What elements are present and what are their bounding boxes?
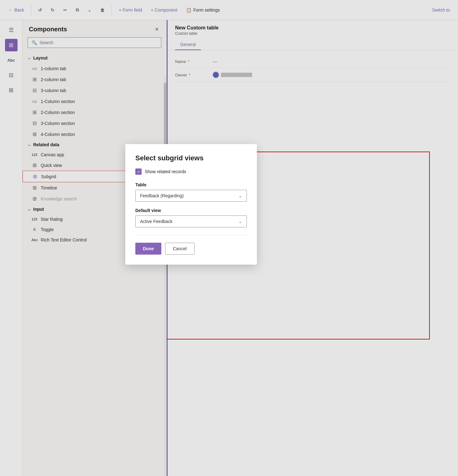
default-view-select-value: Active Feedback [140,219,173,224]
table-field-group: Table Feedback (Regarding) ⌄ [135,182,247,202]
table-select-value: Feedback (Regarding) [140,193,184,198]
default-view-chevron-icon: ⌄ [238,219,242,224]
table-field-label: Table [135,182,247,187]
checkmark-icon: ✓ [137,169,140,174]
dialog-title: Select subgrid views [135,154,247,162]
show-related-records-checkbox[interactable]: ✓ [135,168,142,175]
table-select[interactable]: Feedback (Regarding) ⌄ [135,190,247,202]
dialog-divider [135,235,247,235]
dialog-buttons: Done Cancel [135,243,247,255]
table-select-chevron-icon: ⌄ [238,193,242,198]
done-button[interactable]: Done [135,243,161,255]
default-view-select[interactable]: Active Feedback ⌄ [135,215,247,227]
show-related-records-row[interactable]: ✓ Show related records [135,168,247,175]
default-view-field-label: Default view [135,208,247,213]
show-related-records-label: Show related records [145,169,186,174]
cancel-button[interactable]: Cancel [165,243,195,255]
select-subgrid-dialog: Select subgrid views ✓ Show related reco… [125,144,257,265]
default-view-field-group: Default view Active Feedback ⌄ [135,208,247,227]
